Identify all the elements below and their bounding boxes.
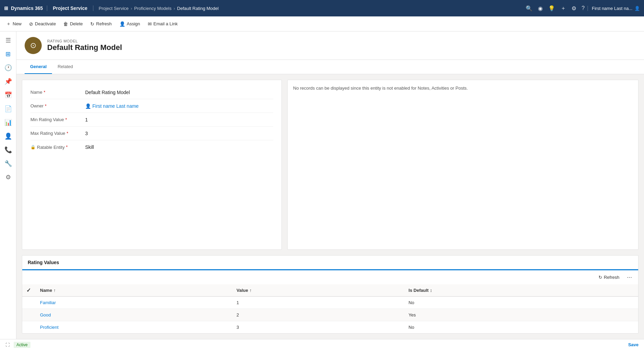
required-star-owner: * bbox=[45, 104, 47, 108]
rating-refresh-button[interactable]: ↻ Refresh bbox=[596, 273, 622, 281]
field-ratable-entity-value: Skill bbox=[85, 144, 273, 150]
field-owner-value[interactable]: 👤 First name Last name bbox=[85, 103, 273, 109]
sidebar-invoice-icon[interactable]: 📄 bbox=[2, 103, 14, 115]
rating-refresh-label: Refresh bbox=[604, 275, 619, 280]
email-link-label: Email a Link bbox=[154, 21, 178, 26]
new-button[interactable]: ＋ New bbox=[3, 19, 25, 29]
deactivate-label: Deactivate bbox=[35, 21, 56, 26]
col-name-header[interactable]: Name ↑ bbox=[36, 284, 233, 297]
field-min-rating-value: 1 bbox=[85, 117, 273, 122]
field-max-rating-value: 3 bbox=[85, 131, 273, 136]
assign-button[interactable]: 👤 Assign bbox=[116, 19, 144, 29]
sidebar-tools-icon[interactable]: 🔧 bbox=[2, 157, 14, 170]
sidebar-menu-icon[interactable]: ☰ bbox=[2, 34, 14, 47]
breadcrumb-current: Default Rating Model bbox=[177, 6, 219, 11]
lock-icon: 🔒 bbox=[30, 145, 36, 150]
row3-checkbox[interactable] bbox=[22, 321, 36, 334]
row2-isdefault: Yes bbox=[405, 309, 638, 321]
record-type-label: RATING MODEL bbox=[47, 39, 122, 43]
field-owner: Owner * 👤 First name Last name bbox=[30, 99, 273, 113]
table-row: Good 2 Yes bbox=[22, 309, 638, 321]
app-name[interactable]: Project Service bbox=[47, 5, 93, 11]
sidebar-home-icon[interactable]: ⊞ bbox=[2, 48, 14, 60]
breadcrumb-separator-2: › bbox=[173, 6, 175, 11]
refresh-button[interactable]: ↻ Refresh bbox=[87, 19, 115, 29]
checkbox-col-header: ✓ bbox=[22, 284, 36, 297]
brand-name: Dynamics 365 bbox=[11, 5, 43, 11]
sidebar-recent-icon[interactable]: 🕐 bbox=[2, 62, 14, 74]
rating-values-table: ✓ Name ↑ Value ↑ bbox=[22, 284, 638, 333]
field-name: Name * Default Rating Model bbox=[30, 86, 273, 99]
sidebar-calendar-icon[interactable]: 📅 bbox=[2, 89, 14, 101]
form-fields: Name * Default Rating Model Owner * 👤 Fi… bbox=[22, 80, 281, 159]
compass-icon[interactable]: ◉ bbox=[538, 5, 543, 12]
rating-values-section: Rating Values ↻ Refresh ··· ✓ bbox=[22, 255, 639, 334]
row3-name: Proficient bbox=[36, 321, 233, 334]
notes-panel: No records can be displayed since this e… bbox=[287, 80, 639, 250]
tabs-bar: General Related bbox=[16, 60, 644, 74]
required-star-ratable: * bbox=[66, 145, 68, 150]
add-icon[interactable]: ＋ bbox=[561, 5, 566, 12]
required-star-min: * bbox=[65, 117, 67, 122]
field-name-value: Default Rating Model bbox=[85, 90, 273, 95]
brand-logo[interactable]: ⊞ Dynamics 365 bbox=[4, 5, 47, 11]
row1-value: 1 bbox=[233, 297, 405, 309]
rating-values-header: Rating Values bbox=[22, 256, 638, 270]
field-name-label: Name * bbox=[30, 90, 85, 95]
status-bar-left: ⛶ Active bbox=[5, 342, 30, 348]
delete-icon: 🗑 bbox=[63, 21, 68, 27]
row2-checkbox[interactable] bbox=[22, 309, 36, 321]
settings-icon[interactable]: ⚙ bbox=[571, 5, 576, 12]
sidebar-pinned-icon[interactable]: 📌 bbox=[2, 75, 14, 88]
avatar-icon: ⊙ bbox=[30, 41, 36, 50]
breadcrumb-project-service[interactable]: Project Service bbox=[99, 6, 129, 11]
sidebar-reports-icon[interactable]: 📊 bbox=[2, 116, 14, 129]
record-title-area: RATING MODEL Default Rating Model bbox=[47, 39, 122, 52]
form-notes-layout: Name * Default Rating Model Owner * 👤 Fi… bbox=[16, 74, 644, 255]
command-bar: ＋ New ⊘ Deactivate 🗑 Delete ↻ Refresh 👤 … bbox=[0, 16, 644, 31]
col-value-header[interactable]: Value ↑ bbox=[233, 284, 405, 297]
tab-general[interactable]: General bbox=[25, 60, 52, 74]
top-nav-icons: 🔍 ◉ 💡 ＋ ⚙ ? bbox=[526, 5, 585, 12]
deactivate-button[interactable]: ⊘ Deactivate bbox=[26, 19, 59, 29]
delete-label: Delete bbox=[70, 21, 83, 26]
save-button[interactable]: Save bbox=[628, 342, 639, 347]
table-row: Familiar 1 No bbox=[22, 297, 638, 309]
new-label: New bbox=[13, 21, 22, 26]
search-icon[interactable]: 🔍 bbox=[526, 5, 533, 12]
row2-value: 2 bbox=[233, 309, 405, 321]
top-navigation: ⊞ Dynamics 365 Project Service Project S… bbox=[0, 0, 644, 16]
owner-person-icon: 👤 bbox=[85, 103, 91, 109]
sidebar-gear-icon[interactable]: ⚙ bbox=[2, 171, 14, 183]
field-owner-label: Owner * bbox=[30, 103, 85, 108]
more-options-button[interactable]: ··· bbox=[625, 273, 634, 282]
breadcrumb-proficiency-models[interactable]: Proficiency Models bbox=[134, 6, 171, 11]
status-badge: Active bbox=[14, 342, 30, 348]
record-title: Default Rating Model bbox=[47, 43, 122, 52]
sort-icon-name: ↑ bbox=[53, 288, 56, 293]
row1-name: Familiar bbox=[36, 297, 233, 309]
bulb-icon[interactable]: 💡 bbox=[548, 5, 555, 12]
email-link-button[interactable]: ✉ Email a Link bbox=[144, 19, 181, 29]
field-ratable-entity: 🔒 Ratable Entity * Skill bbox=[30, 140, 273, 154]
grid-icon: ⊞ bbox=[4, 5, 8, 11]
user-name: First name Last na... bbox=[592, 6, 633, 11]
record-avatar: ⊙ bbox=[25, 37, 42, 54]
delete-button[interactable]: 🗑 Delete bbox=[60, 19, 86, 29]
plus-icon: ＋ bbox=[6, 21, 11, 27]
sidebar-phone-icon[interactable]: 📞 bbox=[2, 144, 14, 156]
tab-related[interactable]: Related bbox=[52, 60, 78, 74]
expand-icon[interactable]: ⛶ bbox=[5, 342, 10, 347]
form-section: Name * Default Rating Model Owner * 👤 Fi… bbox=[22, 80, 282, 250]
row3-value: 3 bbox=[233, 321, 405, 334]
sidebar-user-icon[interactable]: 👤 bbox=[2, 130, 14, 142]
refresh-label: Refresh bbox=[96, 21, 112, 26]
help-icon[interactable]: ? bbox=[582, 5, 585, 11]
user-menu[interactable]: First name Last na... 👤 bbox=[588, 6, 640, 11]
content-area: ⊙ RATING MODEL Default Rating Model Gene… bbox=[16, 31, 644, 339]
table-row: Proficient 3 No bbox=[22, 321, 638, 334]
field-min-rating: Min Rating Value * 1 bbox=[30, 113, 273, 127]
row1-checkbox[interactable] bbox=[22, 297, 36, 309]
col-isdefault-header[interactable]: Is Default ↕ bbox=[405, 284, 638, 297]
field-max-rating: Max Rating Value * 3 bbox=[30, 127, 273, 140]
